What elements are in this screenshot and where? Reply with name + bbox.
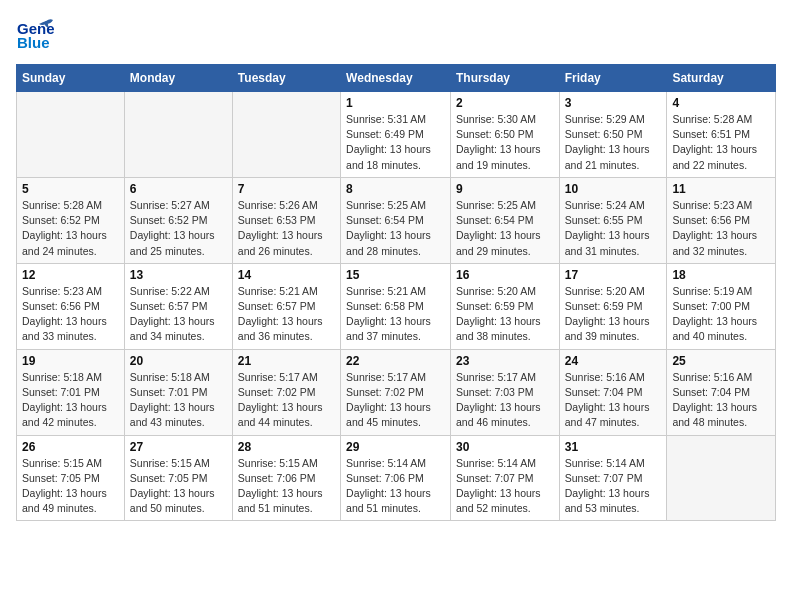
calendar-cell: 23Sunrise: 5:17 AMSunset: 7:03 PMDayligh… (450, 349, 559, 435)
day-info: Sunrise: 5:29 AMSunset: 6:50 PMDaylight:… (565, 112, 662, 173)
calendar-cell: 31Sunrise: 5:14 AMSunset: 7:07 PMDayligh… (559, 435, 667, 521)
day-info: Sunrise: 5:19 AMSunset: 7:00 PMDaylight:… (672, 284, 770, 345)
calendar-cell: 2Sunrise: 5:30 AMSunset: 6:50 PMDaylight… (450, 92, 559, 178)
calendar-week-row: 19Sunrise: 5:18 AMSunset: 7:01 PMDayligh… (17, 349, 776, 435)
day-info: Sunrise: 5:20 AMSunset: 6:59 PMDaylight:… (456, 284, 554, 345)
calendar-cell: 25Sunrise: 5:16 AMSunset: 7:04 PMDayligh… (667, 349, 776, 435)
weekday-header: Thursday (450, 65, 559, 92)
day-number: 21 (238, 354, 335, 368)
day-number: 29 (346, 440, 445, 454)
calendar-cell (124, 92, 232, 178)
day-info: Sunrise: 5:17 AMSunset: 7:03 PMDaylight:… (456, 370, 554, 431)
day-number: 28 (238, 440, 335, 454)
day-number: 31 (565, 440, 662, 454)
day-info: Sunrise: 5:25 AMSunset: 6:54 PMDaylight:… (456, 198, 554, 259)
calendar-cell: 16Sunrise: 5:20 AMSunset: 6:59 PMDayligh… (450, 263, 559, 349)
day-info: Sunrise: 5:26 AMSunset: 6:53 PMDaylight:… (238, 198, 335, 259)
day-number: 2 (456, 96, 554, 110)
day-number: 24 (565, 354, 662, 368)
day-info: Sunrise: 5:14 AMSunset: 7:07 PMDaylight:… (565, 456, 662, 517)
day-info: Sunrise: 5:28 AMSunset: 6:52 PMDaylight:… (22, 198, 119, 259)
weekday-header: Monday (124, 65, 232, 92)
weekday-header: Tuesday (232, 65, 340, 92)
calendar-week-row: 5Sunrise: 5:28 AMSunset: 6:52 PMDaylight… (17, 177, 776, 263)
day-number: 1 (346, 96, 445, 110)
day-number: 6 (130, 182, 227, 196)
day-number: 18 (672, 268, 770, 282)
calendar-cell: 21Sunrise: 5:17 AMSunset: 7:02 PMDayligh… (232, 349, 340, 435)
day-number: 17 (565, 268, 662, 282)
page-header: General Blue (16, 16, 776, 54)
logo: General Blue (16, 16, 54, 54)
calendar-header-row: SundayMondayTuesdayWednesdayThursdayFrid… (17, 65, 776, 92)
day-info: Sunrise: 5:30 AMSunset: 6:50 PMDaylight:… (456, 112, 554, 173)
day-info: Sunrise: 5:21 AMSunset: 6:58 PMDaylight:… (346, 284, 445, 345)
day-number: 14 (238, 268, 335, 282)
day-number: 7 (238, 182, 335, 196)
calendar-cell: 17Sunrise: 5:20 AMSunset: 6:59 PMDayligh… (559, 263, 667, 349)
calendar-cell: 15Sunrise: 5:21 AMSunset: 6:58 PMDayligh… (341, 263, 451, 349)
weekday-header: Sunday (17, 65, 125, 92)
day-number: 16 (456, 268, 554, 282)
calendar-cell: 18Sunrise: 5:19 AMSunset: 7:00 PMDayligh… (667, 263, 776, 349)
day-number: 11 (672, 182, 770, 196)
calendar-cell: 14Sunrise: 5:21 AMSunset: 6:57 PMDayligh… (232, 263, 340, 349)
day-number: 30 (456, 440, 554, 454)
calendar-week-row: 26Sunrise: 5:15 AMSunset: 7:05 PMDayligh… (17, 435, 776, 521)
day-info: Sunrise: 5:15 AMSunset: 7:06 PMDaylight:… (238, 456, 335, 517)
calendar-week-row: 12Sunrise: 5:23 AMSunset: 6:56 PMDayligh… (17, 263, 776, 349)
day-info: Sunrise: 5:17 AMSunset: 7:02 PMDaylight:… (346, 370, 445, 431)
calendar-week-row: 1Sunrise: 5:31 AMSunset: 6:49 PMDaylight… (17, 92, 776, 178)
day-number: 3 (565, 96, 662, 110)
day-number: 19 (22, 354, 119, 368)
calendar-cell: 30Sunrise: 5:14 AMSunset: 7:07 PMDayligh… (450, 435, 559, 521)
calendar-cell: 1Sunrise: 5:31 AMSunset: 6:49 PMDaylight… (341, 92, 451, 178)
day-info: Sunrise: 5:16 AMSunset: 7:04 PMDaylight:… (672, 370, 770, 431)
day-info: Sunrise: 5:15 AMSunset: 7:05 PMDaylight:… (130, 456, 227, 517)
day-number: 13 (130, 268, 227, 282)
day-info: Sunrise: 5:14 AMSunset: 7:06 PMDaylight:… (346, 456, 445, 517)
day-number: 5 (22, 182, 119, 196)
day-info: Sunrise: 5:14 AMSunset: 7:07 PMDaylight:… (456, 456, 554, 517)
calendar-cell: 13Sunrise: 5:22 AMSunset: 6:57 PMDayligh… (124, 263, 232, 349)
calendar-cell: 5Sunrise: 5:28 AMSunset: 6:52 PMDaylight… (17, 177, 125, 263)
calendar-cell: 29Sunrise: 5:14 AMSunset: 7:06 PMDayligh… (341, 435, 451, 521)
day-number: 4 (672, 96, 770, 110)
calendar-cell: 20Sunrise: 5:18 AMSunset: 7:01 PMDayligh… (124, 349, 232, 435)
day-info: Sunrise: 5:18 AMSunset: 7:01 PMDaylight:… (22, 370, 119, 431)
day-info: Sunrise: 5:15 AMSunset: 7:05 PMDaylight:… (22, 456, 119, 517)
weekday-header: Saturday (667, 65, 776, 92)
calendar-cell: 4Sunrise: 5:28 AMSunset: 6:51 PMDaylight… (667, 92, 776, 178)
calendar-cell: 22Sunrise: 5:17 AMSunset: 7:02 PMDayligh… (341, 349, 451, 435)
calendar-cell: 28Sunrise: 5:15 AMSunset: 7:06 PMDayligh… (232, 435, 340, 521)
calendar-table: SundayMondayTuesdayWednesdayThursdayFrid… (16, 64, 776, 521)
calendar-cell (232, 92, 340, 178)
calendar-cell: 12Sunrise: 5:23 AMSunset: 6:56 PMDayligh… (17, 263, 125, 349)
day-info: Sunrise: 5:21 AMSunset: 6:57 PMDaylight:… (238, 284, 335, 345)
day-number: 9 (456, 182, 554, 196)
day-number: 10 (565, 182, 662, 196)
day-info: Sunrise: 5:23 AMSunset: 6:56 PMDaylight:… (672, 198, 770, 259)
calendar-cell: 8Sunrise: 5:25 AMSunset: 6:54 PMDaylight… (341, 177, 451, 263)
calendar-cell: 27Sunrise: 5:15 AMSunset: 7:05 PMDayligh… (124, 435, 232, 521)
day-number: 27 (130, 440, 227, 454)
calendar-cell: 19Sunrise: 5:18 AMSunset: 7:01 PMDayligh… (17, 349, 125, 435)
calendar-cell: 3Sunrise: 5:29 AMSunset: 6:50 PMDaylight… (559, 92, 667, 178)
calendar-cell: 24Sunrise: 5:16 AMSunset: 7:04 PMDayligh… (559, 349, 667, 435)
svg-text:Blue: Blue (17, 34, 50, 51)
day-info: Sunrise: 5:22 AMSunset: 6:57 PMDaylight:… (130, 284, 227, 345)
day-info: Sunrise: 5:24 AMSunset: 6:55 PMDaylight:… (565, 198, 662, 259)
calendar-cell: 7Sunrise: 5:26 AMSunset: 6:53 PMDaylight… (232, 177, 340, 263)
calendar-cell (17, 92, 125, 178)
calendar-cell: 6Sunrise: 5:27 AMSunset: 6:52 PMDaylight… (124, 177, 232, 263)
weekday-header: Friday (559, 65, 667, 92)
day-info: Sunrise: 5:18 AMSunset: 7:01 PMDaylight:… (130, 370, 227, 431)
day-number: 23 (456, 354, 554, 368)
calendar-cell (667, 435, 776, 521)
day-number: 22 (346, 354, 445, 368)
day-info: Sunrise: 5:20 AMSunset: 6:59 PMDaylight:… (565, 284, 662, 345)
calendar-cell: 26Sunrise: 5:15 AMSunset: 7:05 PMDayligh… (17, 435, 125, 521)
day-info: Sunrise: 5:23 AMSunset: 6:56 PMDaylight:… (22, 284, 119, 345)
weekday-header: Wednesday (341, 65, 451, 92)
day-info: Sunrise: 5:31 AMSunset: 6:49 PMDaylight:… (346, 112, 445, 173)
